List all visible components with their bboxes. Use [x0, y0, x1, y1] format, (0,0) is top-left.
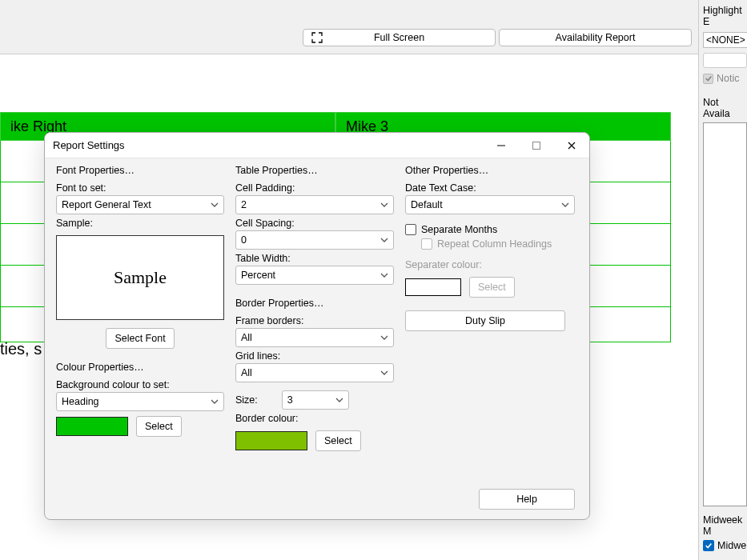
- full-screen-label: Full Screen: [374, 32, 424, 43]
- expand-icon: [311, 32, 323, 43]
- separator-colour-label: Separater colour:: [405, 259, 575, 270]
- full-screen-button[interactable]: Full Screen: [303, 29, 496, 46]
- report-settings-dialog: Report Settings Font Properties… Font to…: [44, 132, 590, 520]
- dialog-title: Report Settings: [53, 139, 125, 151]
- select-bg-colour-button[interactable]: Select: [136, 416, 182, 437]
- side-panel: Highlight E <NONE> Notic Not Availa Midw…: [698, 0, 747, 560]
- chevron-down-icon: [380, 334, 388, 342]
- maximize-button[interactable]: [519, 133, 554, 158]
- cell-spacing-value: 0: [241, 234, 247, 246]
- availability-report-label: Availability Report: [556, 32, 636, 43]
- sample-text: Sample: [114, 267, 167, 288]
- repeat-headings-checkbox: Repeat Column Headings: [421, 238, 575, 250]
- not-available-label: Not Availa: [703, 97, 747, 119]
- chevron-down-icon: [380, 271, 388, 279]
- chevron-down-icon: [211, 201, 219, 209]
- frame-borders-select[interactable]: All: [235, 328, 394, 347]
- date-text-case-value: Default: [411, 199, 443, 210]
- chevron-down-icon: [380, 369, 388, 377]
- frame-borders-label: Frame borders:: [235, 315, 394, 326]
- other-properties-group: Other Properties…: [405, 165, 575, 176]
- select-separator-colour-button: Select: [469, 277, 515, 298]
- cell-padding-select[interactable]: 2: [235, 195, 394, 214]
- duty-slip-button[interactable]: Duty Slip: [405, 310, 565, 331]
- cell-spacing-label: Cell Spacing:: [235, 218, 394, 229]
- border-colour-label: Border colour:: [235, 413, 394, 424]
- midweek-item-label: Midwe: [717, 540, 746, 551]
- cell-spacing-select[interactable]: 0: [235, 230, 394, 250]
- date-text-case-select[interactable]: Default: [405, 195, 575, 214]
- cell-padding-value: 2: [241, 199, 247, 210]
- select-border-colour-button[interactable]: Select: [315, 430, 361, 451]
- toolbar: Full Screen Availability Report: [0, 0, 698, 54]
- grid-lines-select[interactable]: All: [235, 363, 394, 382]
- bg-colour-value: Heading: [62, 396, 99, 407]
- notice-checkbox-row: Notic: [703, 73, 747, 84]
- midweek-label: Midweek M: [703, 514, 747, 537]
- bg-colour-label: Background colour to set:: [56, 379, 224, 390]
- separator-colour-swatch: [405, 278, 461, 296]
- table-width-value: Percent: [241, 270, 275, 281]
- chevron-down-icon: [380, 236, 388, 244]
- highlight-select[interactable]: <NONE>: [703, 32, 747, 48]
- font-to-set-select[interactable]: Report General Text: [56, 195, 224, 214]
- minimize-button[interactable]: [484, 133, 519, 158]
- frame-borders-value: All: [241, 332, 252, 343]
- not-available-listbox[interactable]: [703, 122, 747, 506]
- grid-lines-label: Grid lines:: [235, 350, 394, 362]
- size-select[interactable]: 3: [282, 390, 349, 410]
- help-button[interactable]: Help: [479, 489, 575, 510]
- table-width-select[interactable]: Percent: [235, 266, 394, 285]
- font-to-set-value: Report General Text: [62, 199, 151, 210]
- heading-colour-swatch: [56, 417, 128, 436]
- titlebar: Report Settings: [45, 133, 589, 158]
- close-button[interactable]: [554, 133, 589, 158]
- separate-months-label: Separate Months: [421, 224, 497, 235]
- grid-lines-value: All: [241, 367, 252, 378]
- checkbox-icon: [421, 238, 432, 250]
- table-width-label: Table Width:: [235, 253, 394, 264]
- chevron-down-icon: [211, 398, 219, 406]
- background-text: ties, s: [0, 340, 42, 358]
- colour-properties-group: Colour Properties…: [56, 362, 224, 373]
- border-colour-swatch: [235, 431, 307, 450]
- select-font-button[interactable]: Select Font: [106, 328, 174, 349]
- availability-report-button[interactable]: Availability Report: [499, 29, 692, 46]
- midweek-checkbox-row: Midwe: [703, 540, 747, 551]
- checkbox-icon[interactable]: [703, 74, 713, 84]
- font-properties-group: Font Properties…: [56, 165, 224, 176]
- chevron-down-icon: [335, 396, 343, 404]
- size-value: 3: [287, 394, 293, 406]
- sample-preview: Sample: [56, 235, 224, 320]
- checkbox-checked-icon[interactable]: [703, 540, 714, 551]
- separate-months-checkbox[interactable]: Separate Months: [405, 224, 575, 235]
- chevron-down-icon: [561, 201, 569, 209]
- table-properties-group: Table Properties…: [235, 165, 394, 176]
- highlight-label: Highlight E: [703, 5, 747, 27]
- bg-colour-select[interactable]: Heading: [56, 392, 224, 411]
- cell-padding-label: Cell Padding:: [235, 182, 394, 194]
- size-label: Size:: [235, 394, 258, 406]
- date-text-case-label: Date Text Case:: [405, 182, 575, 194]
- svg-rect-1: [533, 142, 540, 149]
- checkbox-icon: [405, 224, 416, 235]
- notice-label: Notic: [717, 73, 739, 84]
- repeat-headings-label: Repeat Column Headings: [437, 238, 552, 250]
- chevron-down-icon: [380, 201, 388, 209]
- sample-label: Sample:: [56, 218, 224, 229]
- font-to-set-label: Font to set:: [56, 182, 224, 194]
- border-properties-group: Border Properties…: [235, 298, 394, 309]
- stub-button[interactable]: [703, 53, 747, 68]
